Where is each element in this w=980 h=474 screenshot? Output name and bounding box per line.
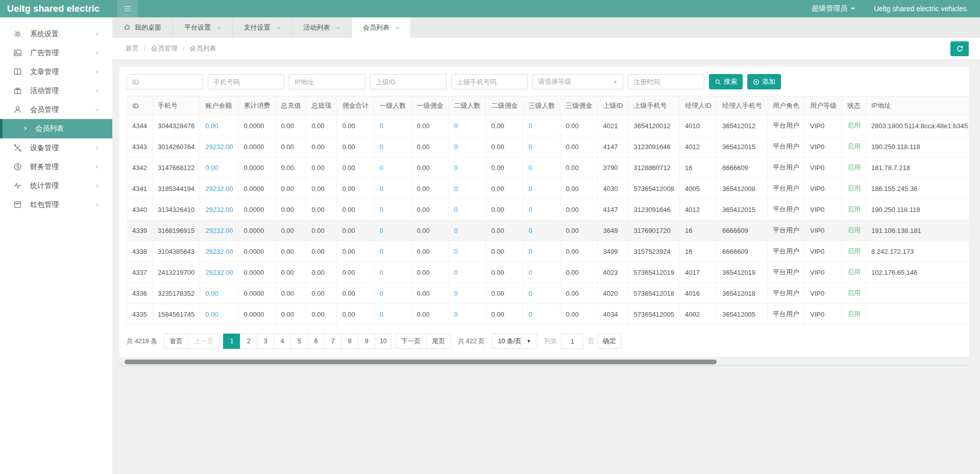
table-cell-link[interactable]: 0 bbox=[449, 178, 486, 199]
page-number-button[interactable]: 1 bbox=[223, 334, 240, 349]
table-cell-link[interactable]: 0 bbox=[374, 178, 411, 199]
table-cell: 0.00 bbox=[306, 283, 337, 304]
sidebar-subitem-member-list[interactable]: 会员列表 bbox=[0, 119, 112, 138]
parent-phone-filter-input[interactable] bbox=[451, 74, 528, 89]
sidebar-item-redpacket[interactable]: 红包管理 bbox=[0, 195, 112, 214]
tab-member-list[interactable]: 会员列表× bbox=[352, 17, 411, 38]
table-cell-link[interactable]: 0 bbox=[449, 262, 486, 283]
table-cell-link[interactable]: 29232.00 bbox=[200, 220, 238, 241]
table-cell: 2803:1800:5114:8cca:48e1:b345:3187:695 bbox=[866, 115, 969, 136]
table-cell-link[interactable]: 0 bbox=[449, 115, 486, 136]
add-button[interactable]: 添加 bbox=[747, 74, 781, 89]
table-cell-link[interactable]: 0 bbox=[449, 136, 486, 157]
ip-filter-input[interactable] bbox=[289, 74, 365, 89]
page-number-button[interactable]: 2 bbox=[240, 334, 257, 349]
table-cell-link[interactable]: 0.00 bbox=[200, 304, 238, 325]
page-number-button[interactable]: 7 bbox=[324, 334, 341, 349]
tab-platform-set[interactable]: 平台设置× bbox=[173, 17, 233, 38]
scrollbar-track[interactable] bbox=[119, 365, 969, 366]
table-cell-link[interactable]: 0.00 bbox=[200, 157, 238, 178]
sidebar-item-member[interactable]: 会员管理 bbox=[0, 100, 112, 119]
sidebar-item-ads[interactable]: 广告管理 bbox=[0, 43, 112, 62]
search-button[interactable]: 搜索 bbox=[709, 74, 743, 89]
goto-page-input[interactable] bbox=[561, 334, 583, 349]
sidebar-item-device[interactable]: 设备管理 bbox=[0, 138, 112, 157]
breadcrumb-item[interactable]: 会员管理 bbox=[151, 44, 178, 53]
table-cell-link[interactable]: 0 bbox=[449, 241, 486, 262]
table-row: 4338310438564329232.000.00000.000.000.00… bbox=[127, 241, 969, 262]
table-cell-link[interactable]: 0.00 bbox=[200, 115, 238, 136]
table-cell-link[interactable]: 0.00 bbox=[200, 283, 238, 304]
tab-activity-list[interactable]: 活动列表× bbox=[292, 17, 352, 38]
page-number-button[interactable]: 4 bbox=[274, 334, 290, 349]
table-cell: 0.00 bbox=[411, 220, 449, 241]
page-number-button[interactable]: 5 bbox=[290, 334, 307, 349]
table-cell-link[interactable]: 0 bbox=[449, 157, 486, 178]
table-cell-link[interactable]: 0 bbox=[523, 199, 560, 220]
table-cell-link[interactable]: 0 bbox=[523, 157, 560, 178]
table-cell-link[interactable]: 29232.00 bbox=[200, 136, 238, 157]
close-icon[interactable]: × bbox=[277, 24, 281, 32]
tab-desktop[interactable]: 我的桌面 bbox=[112, 17, 173, 38]
table-cell-link[interactable]: 0 bbox=[374, 262, 411, 283]
page-number-button[interactable]: 6 bbox=[307, 334, 324, 349]
admin-role-dropdown[interactable]: 超级管理员 bbox=[812, 4, 855, 13]
table-cell-link[interactable]: 0 bbox=[523, 241, 560, 262]
sidebar-item-stats[interactable]: 统计管理 bbox=[0, 176, 112, 195]
table-cell-link[interactable]: 0 bbox=[523, 220, 560, 241]
close-icon[interactable]: × bbox=[396, 24, 400, 32]
page-number-button[interactable]: 8 bbox=[341, 334, 358, 349]
table-cell: VIP0 bbox=[805, 178, 842, 199]
tab-pay-set[interactable]: 支付设置× bbox=[233, 17, 292, 38]
table-cell-link[interactable]: 0 bbox=[374, 304, 411, 325]
column-header: 累计消费 bbox=[238, 97, 276, 115]
table-cell-link[interactable]: 0 bbox=[374, 241, 411, 262]
phone-filter-input[interactable] bbox=[208, 74, 284, 89]
table-cell-link[interactable]: 29232.00 bbox=[200, 178, 238, 199]
page-number-button[interactable]: 3 bbox=[257, 334, 274, 349]
parent-id-filter-input[interactable] bbox=[370, 74, 447, 89]
level-select[interactable]: 请选择等级 ▼ bbox=[532, 74, 623, 89]
table-cell-link[interactable]: 0 bbox=[374, 220, 411, 241]
close-icon[interactable]: × bbox=[336, 24, 340, 32]
sidebar-item-finance[interactable]: 财务管理 bbox=[0, 157, 112, 176]
page-number-button[interactable]: 9 bbox=[358, 334, 375, 349]
refresh-button[interactable] bbox=[950, 41, 969, 56]
table-cell-link[interactable]: 0 bbox=[449, 199, 486, 220]
breadcrumb-item[interactable]: 首页 bbox=[126, 44, 139, 53]
table-cell-link[interactable]: 0 bbox=[523, 178, 560, 199]
table-cell-link[interactable]: 29232.00 bbox=[200, 262, 238, 283]
sidebar-item-article[interactable]: 文章管理 bbox=[0, 62, 112, 81]
page-last-button[interactable]: 尾页 bbox=[426, 334, 451, 349]
page-number-button[interactable]: 10 bbox=[375, 334, 391, 349]
id-filter-input[interactable] bbox=[127, 74, 203, 89]
table-cell-link[interactable]: 0 bbox=[374, 115, 411, 136]
table-cell-link[interactable]: 0 bbox=[523, 115, 560, 136]
table-cell-link[interactable]: 0 bbox=[523, 283, 560, 304]
page-next-button[interactable]: 下一页 bbox=[395, 334, 426, 349]
table-cell-link[interactable]: 0 bbox=[523, 136, 560, 157]
sidebar-item-system[interactable]: 系统设置 bbox=[0, 25, 112, 43]
table-cell-link[interactable]: 29232.00 bbox=[200, 241, 238, 262]
sidebar-item-activity[interactable]: 活动管理 bbox=[0, 81, 112, 100]
close-icon[interactable]: × bbox=[217, 24, 221, 32]
table-cell-link[interactable]: 29232.00 bbox=[200, 199, 238, 220]
register-time-input[interactable] bbox=[628, 74, 704, 89]
table-cell-link[interactable]: 0 bbox=[449, 304, 486, 325]
table-cell-link[interactable]: 0 bbox=[374, 199, 411, 220]
table-cell-link[interactable]: 0 bbox=[523, 262, 560, 283]
member-table-wrapper[interactable]: ID手机号账户余额累计消费总充值总提现佣金合计一级人数一级佣金二级人数二级佣金三… bbox=[127, 96, 969, 325]
table-cell-link[interactable]: 0 bbox=[374, 283, 411, 304]
goto-confirm-button[interactable]: 确定 bbox=[598, 334, 621, 349]
page-prev-button[interactable]: 上一页 bbox=[188, 334, 220, 349]
table-cell-link[interactable]: 0 bbox=[374, 136, 411, 157]
scrollbar-thumb[interactable] bbox=[125, 360, 717, 364]
sidebar-toggle-button[interactable] bbox=[117, 0, 138, 17]
table-cell-link[interactable]: 0 bbox=[449, 283, 486, 304]
table-cell-link[interactable]: 0 bbox=[374, 157, 411, 178]
table-cell: 启用 bbox=[842, 157, 866, 178]
table-cell-link[interactable]: 0 bbox=[449, 220, 486, 241]
table-cell-link[interactable]: 0 bbox=[523, 304, 560, 325]
page-size-select[interactable]: 10 条/页 ▼ bbox=[492, 334, 538, 349]
page-first-button[interactable]: 首页 bbox=[164, 334, 188, 349]
